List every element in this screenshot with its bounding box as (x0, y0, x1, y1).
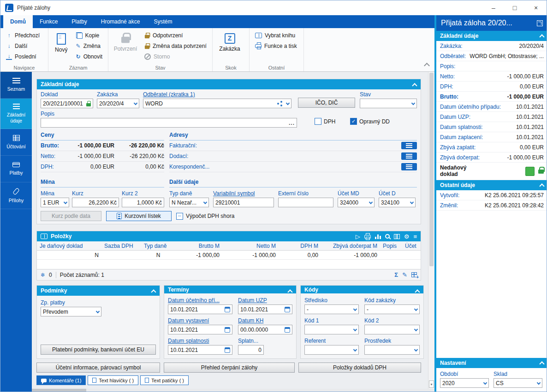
address-menu-button[interactable] (401, 152, 417, 160)
tab-text-paticky[interactable]: Text patičky ( ) (140, 375, 189, 385)
calendar-icon[interactable] (225, 347, 230, 353)
kody-panel-header[interactable]: Kódy (301, 286, 423, 293)
stav-combo[interactable] (360, 99, 417, 108)
kopie-button[interactable]: Kopie (73, 30, 105, 41)
chevron-down-icon[interactable] (286, 101, 290, 105)
calendar-icon[interactable] (225, 327, 230, 333)
chevron-down-icon[interactable] (369, 200, 373, 204)
doklad-input[interactable]: 20/2021/100001 (41, 99, 93, 108)
odberatel-combo[interactable]: WORD (143, 99, 291, 108)
posledni-button[interactable]: ↓Poslední (3, 51, 42, 62)
tab-komentare[interactable]: Komentáře (1) (36, 375, 86, 385)
nastaveni-header[interactable]: Nastavení (436, 358, 547, 368)
maximize-button[interactable]: □ (504, 0, 525, 15)
predchozi-button[interactable]: ↑Předchozí (3, 30, 42, 41)
chevron-down-icon[interactable] (411, 101, 415, 105)
edit-icon[interactable]: ✎ (402, 271, 407, 278)
chevron-down-icon[interactable] (353, 327, 357, 331)
open-in-window-icon[interactable] (537, 20, 543, 26)
storno-button[interactable]: Storno (142, 51, 209, 62)
partner-lookup-icon[interactable] (277, 101, 283, 106)
platebni-podminky-button[interactable]: Platební podmínky, bankovní účet EU (41, 345, 156, 355)
polozky-dokladu-dph-button[interactable]: Položky dokladů DPH (298, 363, 421, 373)
potvrzeni-button[interactable]: Potvrzení (111, 30, 140, 64)
podminky-panel-header[interactable]: Podmínky (37, 286, 160, 296)
kod2-combo[interactable] (364, 325, 420, 334)
dph-checkbox[interactable]: DPH (315, 118, 335, 125)
ico-dic-button[interactable]: IČO, DIČ (298, 98, 355, 108)
splatnost-input[interactable]: 0 (238, 345, 264, 355)
column-header[interactable]: Účet (402, 243, 421, 249)
scrollbar-thumb[interactable] (429, 73, 434, 266)
externi-cislo-input[interactable] (278, 198, 333, 207)
funkce-a-tisk-button[interactable]: Funkce a tisk (252, 41, 300, 51)
sidebar-item-seznam[interactable]: Seznam (0, 72, 32, 99)
column-header[interactable]: Popis (380, 243, 402, 249)
collapse-icon[interactable] (539, 183, 544, 188)
dalsi-button[interactable]: ↓Další (3, 41, 42, 51)
collapse-icon[interactable] (151, 289, 156, 294)
sidebar-item-zakladni-udaje[interactable]: Základní údaje (0, 99, 32, 129)
zmena-button[interactable]: ✎Změna (73, 41, 105, 51)
vybrat-knihu-button[interactable]: Vybrat knihu (252, 30, 300, 41)
address-menu-button[interactable] (401, 163, 417, 170)
tab-domu[interactable]: Domů (3, 15, 33, 28)
chevron-down-icon[interactable] (414, 347, 418, 351)
chevron-down-icon[interactable] (537, 380, 541, 384)
vypocet-dph-shora-toggle[interactable]: Výpočet DPH shora (176, 213, 234, 220)
chevron-down-icon[interactable] (414, 327, 418, 331)
zmena-data-potvrzeni-button[interactable]: Změna data potvrzení (142, 41, 209, 51)
chevron-down-icon[interactable] (203, 200, 207, 204)
mena-combo[interactable]: 1 EUR (41, 198, 69, 207)
play-icon[interactable]: ▷ (356, 233, 360, 240)
ellipsis-button[interactable]: ... (289, 120, 295, 126)
ribbon-collapse-icon[interactable] (424, 63, 430, 69)
tab-system[interactable]: Systém (147, 15, 179, 28)
column-header[interactable]: Netto M (222, 243, 279, 249)
zakladni-udaje-panel-header[interactable]: Základní údaje (37, 79, 421, 89)
chevron-down-icon[interactable] (134, 101, 137, 105)
column-header[interactable]: DPH M (279, 243, 321, 249)
column-header[interactable]: Sazba DPH (101, 243, 141, 249)
chevron-down-icon[interactable] (410, 200, 414, 204)
kurz-input[interactable]: 26,2200 Kč (72, 198, 119, 207)
date-input[interactable]: 10.01.2021 (168, 345, 232, 355)
column-header[interactable]: Typ daně (141, 243, 175, 249)
column-header[interactable]: Brutto M (175, 243, 222, 249)
column-header[interactable]: Zbývá dočerpat M (321, 243, 380, 249)
terminy-panel-header[interactable]: Termíny (164, 286, 296, 293)
calendar-icon[interactable] (285, 327, 290, 333)
date-input[interactable]: 00.00.0000 (238, 325, 292, 334)
chevron-down-icon[interactable] (96, 309, 100, 313)
sidebar-item-uctovani[interactable]: Účtování (0, 129, 32, 156)
menu-icon[interactable]: ≡ (413, 233, 417, 240)
calendar-icon[interactable] (285, 307, 290, 312)
collapse-icon[interactable] (539, 361, 544, 366)
popis-input[interactable]: ... (41, 118, 297, 128)
stredisko-combo[interactable]: - (304, 304, 359, 314)
chevron-down-icon[interactable] (64, 200, 67, 204)
kurz-podle-data-button[interactable]: Kurz podle data (41, 211, 101, 221)
print-icon[interactable] (364, 235, 371, 239)
tab-funkce[interactable]: Funkce (33, 15, 65, 28)
sidebar-item-platby[interactable]: Platby (0, 156, 32, 182)
ucetni-informace-button[interactable]: Účetní informace, párovací symbol (36, 363, 160, 373)
address-menu-button[interactable] (401, 142, 417, 149)
chart-icon[interactable] (375, 234, 381, 239)
grid-add-icon[interactable] (411, 272, 417, 277)
zp-platby-combo[interactable]: Převodem (41, 307, 101, 316)
scrollbar-thumb[interactable] (32, 389, 86, 392)
novy-button[interactable]: Nový (51, 30, 71, 64)
obnovit-button[interactable]: ↻Obnovit (73, 51, 105, 62)
zakazka-combo[interactable]: 20/2020/4 (97, 99, 139, 108)
tab-text-hlavicky[interactable]: Text hlavičky ( ) (88, 375, 138, 385)
opravny-dd-checkbox[interactable]: Opravný DD (350, 118, 390, 125)
tab-platby[interactable]: Platby (65, 15, 94, 28)
kod1-combo[interactable] (304, 325, 359, 334)
column-header[interactable]: Je daňový doklad (37, 243, 101, 249)
table-row[interactable]: N N -1 000,00 -1 000,00 0,00 -1 000,00 (37, 251, 421, 260)
date-input[interactable]: 10.01.2021 (168, 325, 232, 334)
chevron-down-icon[interactable] (353, 347, 357, 351)
summary-zakladni-header[interactable]: Základní údaje (436, 31, 547, 41)
columns-icon[interactable] (394, 234, 400, 239)
